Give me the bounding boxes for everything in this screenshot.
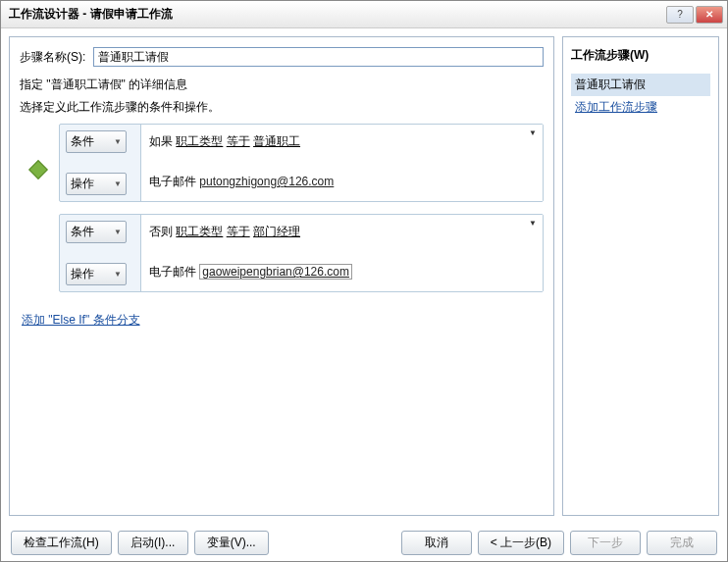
branch-gutter [20, 124, 59, 202]
check-workflow-button[interactable]: 检查工作流(H) [11, 531, 112, 555]
chevron-down-icon[interactable]: ▼ [529, 128, 537, 137]
email-value-link[interactable]: putongzhigong@126.com [199, 175, 334, 188]
condition-value-link[interactable]: 普通职工 [253, 134, 300, 148]
diamond-icon [28, 160, 48, 179]
sidebar-step-item[interactable]: 普通职工请假 [571, 74, 710, 96]
finish-button: 完成 [647, 531, 717, 555]
condition-action-block: 条件 ▼ 操作 ▼ ▼ 否则 [59, 214, 544, 292]
action-line: 电子邮件 putongzhigong@126.com [149, 171, 535, 193]
condition-field-link[interactable]: 职工类型 [176, 134, 223, 148]
condition-op-link[interactable]: 等于 [227, 225, 250, 238]
chevron-down-icon: ▼ [114, 270, 122, 279]
condition-button-label: 条件 [71, 133, 94, 150]
condition-field-link[interactable]: 职工类型 [176, 225, 223, 238]
block-content: ▼ 如果 职工类型 等于 普通职工 电子邮件 putongzhigong@126… [140, 125, 543, 201]
block-button-column: 条件 ▼ 操作 ▼ [60, 125, 140, 201]
action-dropdown-button[interactable]: 操作 ▼ [66, 173, 127, 195]
instruction-text: 选择定义此工作流步骤的条件和操作。 [20, 99, 544, 116]
block-button-column: 条件 ▼ 操作 ▼ [60, 215, 140, 291]
email-label: 电子邮件 [149, 175, 196, 188]
titlebar: 工作流设计器 - 请假申请工作流 ? ✕ [1, 1, 727, 28]
branch-body: 条件 ▼ 操作 ▼ ▼ 如果 [59, 124, 544, 202]
chevron-down-icon: ▼ [114, 137, 122, 146]
footer: 检查工作流(H) 启动(I)... 变量(V)... 取消 < 上一步(B) 下… [1, 524, 727, 561]
next-button: 下一步 [570, 531, 641, 555]
start-button[interactable]: 启动(I)... [118, 531, 188, 555]
action-button-label: 操作 [71, 176, 94, 192]
chevron-down-icon: ▼ [114, 228, 122, 236]
action-button-label: 操作 [71, 266, 94, 282]
close-button[interactable]: ✕ [696, 6, 723, 24]
description-text: 指定 "普通职工请假" 的详细信息 [20, 77, 544, 93]
step-name-row: 步骤名称(S): [20, 47, 544, 67]
step-name-input[interactable] [93, 47, 544, 67]
content-area: 步骤名称(S): 指定 "普通职工请假" 的详细信息 选择定义此工作流步骤的条件… [1, 28, 727, 524]
condition-action-block: 条件 ▼ 操作 ▼ ▼ 如果 [59, 124, 544, 202]
action-dropdown-button[interactable]: 操作 ▼ [66, 263, 127, 285]
branch-gutter [20, 214, 59, 292]
condition-value-link[interactable]: 部门经理 [253, 225, 300, 238]
condition-line: 如果 职工类型 等于 普通职工 [149, 130, 535, 153]
cancel-button[interactable]: 取消 [401, 531, 472, 555]
condition-button-label: 条件 [71, 224, 94, 240]
sidebar-title: 工作流步骤(W) [571, 47, 710, 64]
chevron-down-icon: ▼ [114, 179, 122, 188]
condition-prefix: 否则 [149, 225, 173, 238]
email-label: 电子邮件 [149, 265, 196, 279]
condition-dropdown-button[interactable]: 条件 ▼ [66, 221, 127, 243]
action-line: 电子邮件 gaoweipengbrian@126.com [149, 261, 535, 283]
titlebar-buttons: ? ✕ [666, 6, 723, 24]
window-title: 工作流设计器 - 请假申请工作流 [5, 6, 666, 23]
window-root: 工作流设计器 - 请假申请工作流 ? ✕ 步骤名称(S): 指定 "普通职工请假… [0, 0, 728, 562]
condition-prefix: 如果 [149, 134, 173, 148]
branch-block: 条件 ▼ 操作 ▼ ▼ 否则 [20, 214, 544, 292]
branch-block: 条件 ▼ 操作 ▼ ▼ 如果 [20, 124, 544, 202]
branch-body: 条件 ▼ 操作 ▼ ▼ 否则 [59, 214, 544, 292]
add-step-link[interactable]: 添加工作流步骤 [571, 96, 710, 119]
condition-op-link[interactable]: 等于 [227, 134, 250, 148]
condition-dropdown-button[interactable]: 条件 ▼ [66, 130, 127, 153]
prev-button[interactable]: < 上一步(B) [478, 531, 564, 555]
chevron-down-icon[interactable]: ▼ [529, 219, 537, 228]
sidebar: 工作流步骤(W) 普通职工请假 添加工作流步骤 [562, 36, 719, 516]
add-elseif-link[interactable]: 添加 "Else If" 条件分支 [22, 312, 140, 329]
help-button[interactable]: ? [666, 6, 694, 24]
workflow-area: 条件 ▼ 操作 ▼ ▼ 如果 [20, 124, 544, 505]
block-content: ▼ 否则 职工类型 等于 部门经理 电子邮件 gaoweipengbrian@1… [140, 215, 543, 291]
variables-button[interactable]: 变量(V)... [194, 531, 269, 555]
step-name-label: 步骤名称(S): [20, 49, 85, 66]
main-panel: 步骤名称(S): 指定 "普通职工请假" 的详细信息 选择定义此工作流步骤的条件… [9, 36, 554, 516]
condition-line: 否则 职工类型 等于 部门经理 [149, 221, 535, 243]
email-value-link[interactable]: gaoweipengbrian@126.com [199, 264, 352, 280]
